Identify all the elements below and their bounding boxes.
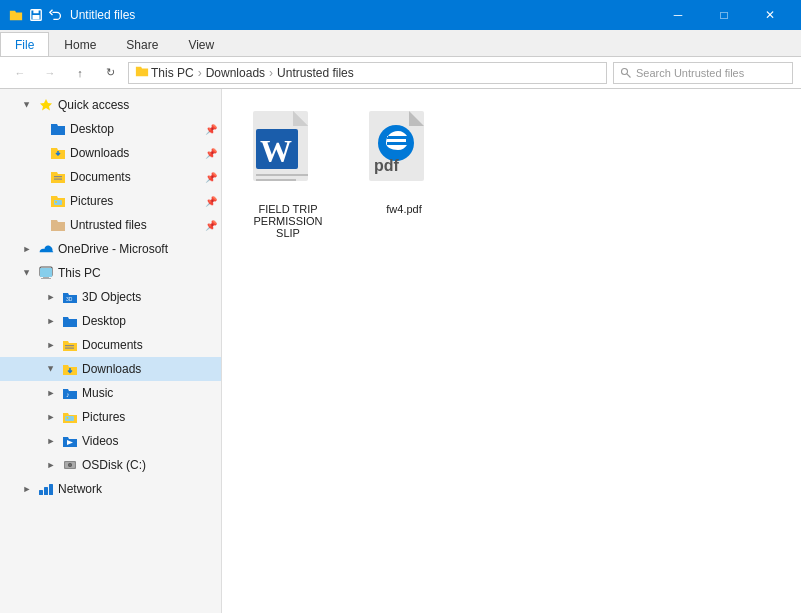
main-layout: ► Quick access Desktop 📌 Downloads 📌: [0, 89, 801, 613]
file-label-fw4: fw4.pdf: [386, 203, 421, 215]
sidebar-label-desktop-pc: Desktop: [82, 314, 221, 328]
save-icon[interactable]: [28, 7, 44, 23]
svg-text:♪: ♪: [66, 391, 70, 398]
music-folder-icon: ♪: [62, 385, 78, 401]
back-button[interactable]: ←: [8, 61, 32, 85]
sidebar-label-untrusted: Untrusted files: [70, 218, 201, 232]
svg-point-37: [378, 125, 414, 161]
file-item-fw4[interactable]: pdf fw4.pdf: [354, 105, 454, 243]
breadcrumb-folder-icon: [135, 64, 149, 81]
svg-point-9: [55, 201, 57, 203]
sidebar-item-videos[interactable]: ► Videos: [0, 429, 221, 453]
window-controls: ─ □ ✕: [655, 0, 793, 30]
sidebar-item-untrusted-files[interactable]: Untrusted files 📌: [0, 213, 221, 237]
svg-text:3D: 3D: [66, 296, 73, 302]
minimize-button[interactable]: ─: [655, 0, 701, 30]
file-item-field-trip[interactable]: W FIELD TRIP PERMISSION SLIP: [238, 105, 338, 243]
sidebar-label-this-pc: This PC: [58, 266, 221, 280]
sidebar-item-documents-pc[interactable]: ► Documents: [0, 333, 221, 357]
ribbon: File Home Share View: [0, 30, 801, 57]
folder-icon: [8, 7, 24, 23]
svg-rect-34: [256, 179, 296, 181]
breadcrumb-downloads[interactable]: Downloads: [206, 66, 265, 80]
star-icon: [38, 97, 54, 113]
desktop-pc-folder-icon: [62, 313, 78, 329]
sidebar-item-pictures-qa[interactable]: Pictures 📌: [0, 189, 221, 213]
up-button[interactable]: ↑: [68, 61, 92, 85]
sidebar-label-desktop: Desktop: [70, 122, 201, 136]
svg-point-3: [622, 68, 628, 74]
tab-view[interactable]: View: [173, 32, 229, 56]
pin-icon-documents-qa: 📌: [205, 172, 221, 183]
tab-file[interactable]: File: [0, 32, 49, 56]
svg-rect-27: [49, 484, 53, 495]
sidebar-label-3d-objects: 3D Objects: [82, 290, 221, 304]
expand-arrow-downloads-pc: ►: [44, 362, 58, 376]
sidebar-item-downloads-qa[interactable]: Downloads 📌: [0, 141, 221, 165]
search-icon: [620, 67, 632, 79]
sidebar-item-music[interactable]: ► ♪ Music: [0, 381, 221, 405]
sidebar-item-osdisk[interactable]: ► OSDisk (C:): [0, 453, 221, 477]
sidebar-item-quick-access[interactable]: ► Quick access: [0, 93, 221, 117]
expand-arrow-osdisk: ►: [44, 458, 58, 472]
breadcrumb-untrusted[interactable]: Untrusted files: [277, 66, 354, 80]
desktop-folder-icon: [50, 121, 66, 137]
sidebar-label-documents-qa: Documents: [70, 170, 201, 184]
expand-arrow-documents-pc: ►: [44, 338, 58, 352]
forward-button[interactable]: →: [38, 61, 62, 85]
sidebar-label-videos: Videos: [82, 434, 221, 448]
drive-icon: [62, 457, 78, 473]
sidebar-label-pictures-pc: Pictures: [82, 410, 221, 424]
close-button[interactable]: ✕: [747, 0, 793, 30]
pictures-pc-icon: [62, 409, 78, 425]
title-bar: Untitled files ─ □ ✕: [0, 0, 801, 30]
documents-folder-icon-qa: [50, 169, 66, 185]
refresh-button[interactable]: ↻: [98, 61, 122, 85]
sidebar-item-onedrive[interactable]: ► OneDrive - Microsoft: [0, 237, 221, 261]
search-bar[interactable]: Search Untrusted files: [613, 62, 793, 84]
sidebar-label-quick-access: Quick access: [58, 98, 221, 112]
svg-point-24: [69, 464, 71, 466]
svg-marker-5: [40, 99, 52, 111]
svg-rect-16: [65, 348, 74, 349]
window-title: Untitled files: [70, 8, 649, 22]
svg-rect-33: [256, 174, 308, 176]
sidebar-label-osdisk: OSDisk (C:): [82, 458, 221, 472]
tab-share[interactable]: Share: [111, 32, 173, 56]
sidebar-item-pictures-pc[interactable]: ► Pictures: [0, 405, 221, 429]
sidebar-label-documents-pc: Documents: [82, 338, 221, 352]
svg-rect-2: [33, 15, 40, 19]
svg-text:pdf: pdf: [374, 157, 400, 174]
svg-rect-15: [65, 345, 74, 346]
svg-rect-1: [33, 10, 38, 14]
undo-icon[interactable]: [48, 7, 64, 23]
sidebar-item-downloads-pc[interactable]: ► Downloads: [0, 357, 221, 381]
pictures-folder-icon-qa: [50, 193, 66, 209]
pin-icon-pictures-qa: 📌: [205, 196, 221, 207]
sidebar-item-3d-objects[interactable]: ► 3D 3D Objects: [0, 285, 221, 309]
content-area: W FIELD TRIP PERMISSION SLIP pdf fw: [222, 89, 801, 613]
breadcrumb[interactable]: This PC › Downloads › Untrusted files: [128, 62, 607, 84]
sidebar-item-desktop-pc[interactable]: ► Desktop: [0, 309, 221, 333]
pin-icon-untrusted: 📌: [205, 220, 221, 231]
sidebar-item-documents-qa[interactable]: Documents 📌: [0, 165, 221, 189]
download-folder-icon-qa: [50, 145, 66, 161]
sidebar-item-network[interactable]: ► Network: [0, 477, 221, 501]
sidebar-item-desktop[interactable]: Desktop 📌: [0, 117, 221, 141]
sidebar-label-downloads-pc: Downloads: [82, 362, 221, 376]
sidebar-label-onedrive: OneDrive - Microsoft: [58, 242, 221, 256]
svg-rect-6: [54, 176, 62, 177]
ribbon-tabs: File Home Share View: [0, 30, 801, 56]
sidebar-item-this-pc[interactable]: ► This PC: [0, 261, 221, 285]
documents-pc-icon: [62, 337, 78, 353]
svg-rect-26: [44, 487, 48, 495]
search-placeholder: Search Untrusted files: [636, 67, 744, 79]
svg-rect-25: [39, 490, 43, 495]
breadcrumb-thispc[interactable]: This PC: [151, 66, 194, 80]
svg-rect-18: [65, 416, 74, 421]
address-bar: ← → ↑ ↻ This PC › Downloads › Untrusted …: [0, 57, 801, 89]
expand-arrow-music: ►: [44, 386, 58, 400]
tab-home[interactable]: Home: [49, 32, 111, 56]
expand-arrow-this-pc: ►: [20, 266, 34, 280]
maximize-button[interactable]: □: [701, 0, 747, 30]
